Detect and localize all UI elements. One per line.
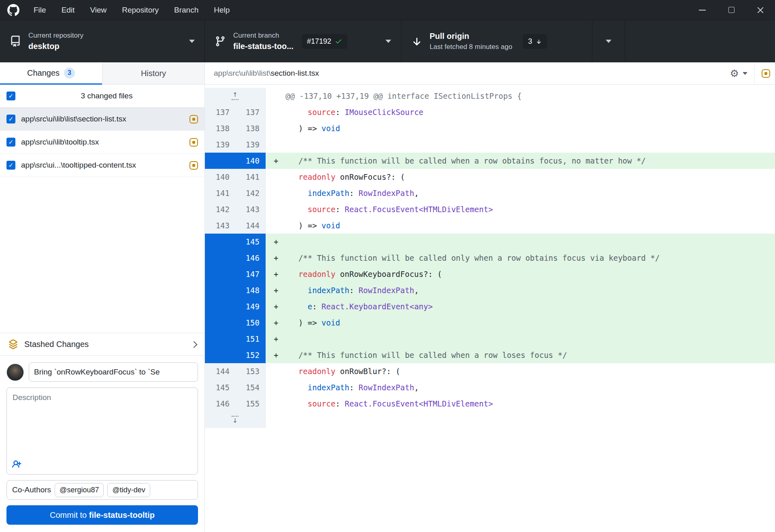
- new-line-number[interactable]: 145: [235, 234, 266, 250]
- menu-item-file[interactable]: File: [26, 0, 54, 20]
- tab-changes[interactable]: Changes 3: [0, 62, 102, 85]
- diff-line-row[interactable]: 139 139: [205, 136, 775, 153]
- old-line-number[interactable]: 145: [205, 379, 235, 396]
- diff-line-row[interactable]: 152 + /** This function will be called w…: [205, 347, 775, 363]
- chevron-right-icon: [191, 341, 198, 348]
- diff-options-caret-icon[interactable]: [743, 72, 747, 75]
- pull-dropdown-button[interactable]: [592, 20, 625, 62]
- diff-line-row[interactable]: 143 144 ) => void: [205, 217, 775, 234]
- diff-line-code: source: React.FocusEvent<HTMLDivElement>: [266, 396, 775, 412]
- git-branch-icon: [215, 36, 226, 47]
- file-row[interactable]: ✓ app\src\ui\lib\list\section-list.tsx: [0, 108, 204, 131]
- coauthor-chip[interactable]: @sergiou87: [55, 483, 104, 497]
- new-line-number[interactable]: 142: [235, 185, 266, 201]
- old-line-number[interactable]: 139: [205, 136, 235, 153]
- diff-line-row[interactable]: 142 143 source: React.FocusEvent<HTMLDiv…: [205, 201, 775, 217]
- file-row[interactable]: ✓ app\src\ui\lib\tooltip.tsx: [0, 131, 204, 154]
- gear-icon[interactable]: ⚙: [730, 68, 739, 79]
- new-line-number[interactable]: 139: [235, 136, 266, 153]
- check-icon: [335, 38, 342, 45]
- file-checkbox[interactable]: ✓: [6, 115, 15, 123]
- new-line-number[interactable]: 155: [235, 396, 266, 412]
- commit-summary-input[interactable]: [29, 362, 198, 382]
- new-line-number[interactable]: 137: [235, 104, 266, 120]
- diff-line-row[interactable]: 145 154 indexPath: RowIndexPath,: [205, 379, 775, 396]
- old-line-number[interactable]: 138: [205, 120, 235, 136]
- tab-history[interactable]: History: [102, 62, 204, 85]
- diff-line-row[interactable]: 146 + /** This function will be called o…: [205, 250, 775, 266]
- new-line-number[interactable]: 151: [235, 331, 266, 347]
- old-line-number[interactable]: [205, 298, 235, 315]
- expand-down-button[interactable]: ↓: [205, 412, 266, 428]
- new-line-number[interactable]: 147: [235, 266, 266, 282]
- diff-line-row[interactable]: 140 141 readonly onRowFocus?: (: [205, 169, 775, 185]
- diff-line-code: indexPath: RowIndexPath,: [266, 379, 775, 396]
- file-checkbox[interactable]: ✓: [6, 138, 15, 147]
- maximize-button[interactable]: [717, 0, 746, 20]
- old-line-number[interactable]: [205, 282, 235, 298]
- diff-line-row[interactable]: 151 +: [205, 331, 775, 347]
- old-line-number[interactable]: [205, 315, 235, 331]
- new-line-number[interactable]: 141: [235, 169, 266, 185]
- old-line-number[interactable]: [205, 347, 235, 363]
- old-line-number[interactable]: [205, 266, 235, 282]
- new-line-number[interactable]: 148: [235, 282, 266, 298]
- old-line-number[interactable]: 142: [205, 201, 235, 217]
- old-line-number[interactable]: 143: [205, 217, 235, 234]
- file-row[interactable]: ✓ app\src\ui...\tooltipped-content.tsx: [0, 154, 204, 177]
- new-line-number[interactable]: 150: [235, 315, 266, 331]
- new-line-number[interactable]: 140: [235, 153, 266, 169]
- diff-line-row[interactable]: 149 + e: React.KeyboardEvent<any>: [205, 298, 775, 315]
- diff-line-row[interactable]: 146 155 source: React.FocusEvent<HTMLDiv…: [205, 396, 775, 412]
- current-branch-label: Current branch: [233, 32, 294, 40]
- coauthor-chip[interactable]: @tidy-dev: [107, 483, 150, 497]
- menu-item-view[interactable]: View: [82, 0, 114, 20]
- old-line-number[interactable]: [205, 234, 235, 250]
- stashed-changes-row[interactable]: Stashed Changes: [0, 333, 204, 356]
- diff-line-row[interactable]: 144 153 readonly onRowBlur?: (: [205, 363, 775, 379]
- old-line-number[interactable]: [205, 250, 235, 266]
- diff-line-row[interactable]: 145 +: [205, 234, 775, 250]
- new-line-number[interactable]: 143: [235, 201, 266, 217]
- diff-line-row[interactable]: 138 138 ) => void: [205, 120, 775, 136]
- diff-line-row[interactable]: 148 + indexPath: RowIndexPath,: [205, 282, 775, 298]
- diff-line-code: source: React.FocusEvent<HTMLDivElement>: [266, 201, 775, 217]
- menu-bar: FileEditViewRepositoryBranchHelp: [0, 0, 775, 20]
- new-line-number[interactable]: 146: [235, 250, 266, 266]
- menu-item-repository[interactable]: Repository: [114, 0, 166, 20]
- current-branch-button[interactable]: Current branch file-status-too... #17192: [205, 20, 401, 62]
- close-button[interactable]: [746, 0, 775, 20]
- new-line-number[interactable]: 152: [235, 347, 266, 363]
- pr-badge[interactable]: #17192: [302, 34, 347, 49]
- new-line-number[interactable]: 138: [235, 120, 266, 136]
- expand-up-button[interactable]: ↑: [205, 88, 266, 104]
- diff-line-row[interactable]: 140 + /** This function will be called w…: [205, 153, 775, 169]
- old-line-number[interactable]: 141: [205, 185, 235, 201]
- add-coauthor-button[interactable]: [12, 459, 23, 470]
- diff-line-row[interactable]: 137 137 source: IMouseClickSource: [205, 104, 775, 120]
- file-checkbox[interactable]: ✓: [6, 161, 15, 170]
- commit-button[interactable]: Commit to file-status-tooltip: [6, 505, 198, 525]
- old-line-number[interactable]: 140: [205, 169, 235, 185]
- diff-line-row[interactable]: 141 142 indexPath: RowIndexPath,: [205, 185, 775, 201]
- pull-origin-button[interactable]: Pull origin Last fetched 8 minutes ago 3: [401, 20, 592, 62]
- new-line-number[interactable]: 153: [235, 363, 266, 379]
- old-line-number[interactable]: [205, 331, 235, 347]
- minimize-button[interactable]: [688, 0, 717, 20]
- coauthors-row[interactable]: Co-Authors @sergiou87@tidy-dev: [6, 480, 198, 500]
- select-all-checkbox[interactable]: ✓: [6, 92, 15, 100]
- old-line-number[interactable]: 144: [205, 363, 235, 379]
- commit-description-input[interactable]: [7, 388, 198, 456]
- old-line-number[interactable]: 146: [205, 396, 235, 412]
- old-line-number[interactable]: 137: [205, 104, 235, 120]
- menu-item-branch[interactable]: Branch: [166, 0, 206, 20]
- diff-line-row[interactable]: 147 + readonly onRowKeyboardFocus?: (: [205, 266, 775, 282]
- menu-item-help[interactable]: Help: [206, 0, 237, 20]
- new-line-number[interactable]: 149: [235, 298, 266, 315]
- menu-item-edit[interactable]: Edit: [54, 0, 83, 20]
- new-line-number[interactable]: 154: [235, 379, 266, 396]
- current-repository-button[interactable]: Current repository desktop: [0, 20, 205, 62]
- old-line-number[interactable]: [205, 153, 235, 169]
- new-line-number[interactable]: 144: [235, 217, 266, 234]
- diff-line-row[interactable]: 150 + ) => void: [205, 315, 775, 331]
